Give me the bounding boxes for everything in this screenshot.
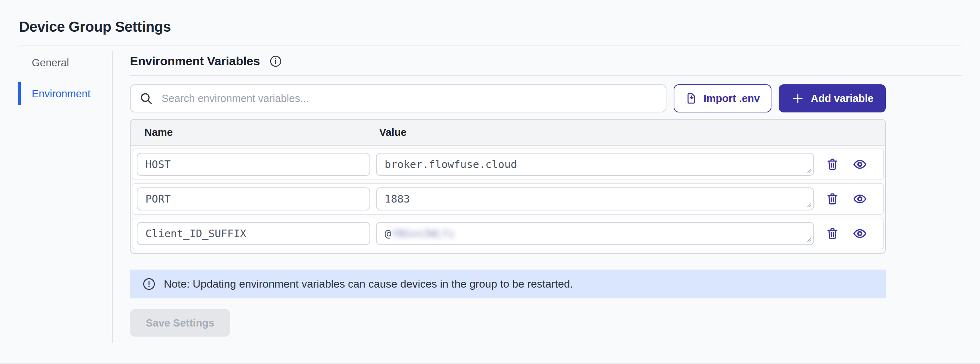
alert-circle-icon <box>142 277 156 291</box>
sidebar-item-general[interactable]: General <box>18 51 94 74</box>
env-value-wrap <box>376 187 814 210</box>
reveal-value-button[interactable] <box>851 156 869 173</box>
info-circle-icon[interactable] <box>269 55 282 68</box>
section-divider <box>130 75 962 76</box>
import-env-button[interactable]: Import .env <box>674 84 772 112</box>
env-value-redacted: YBGxn3WLYz <box>391 228 455 240</box>
env-variables-table: Name Value <box>130 119 886 254</box>
env-value-prefix: @ <box>385 228 391 240</box>
add-variable-button[interactable]: Add variable <box>779 84 886 112</box>
note-banner: Note: Updating environment variables can… <box>130 269 886 298</box>
eye-icon <box>852 226 868 241</box>
column-header-value: Value <box>370 127 407 138</box>
note-text: Note: Updating environment variables can… <box>164 278 573 290</box>
row-actions <box>814 190 879 207</box>
plus-icon <box>791 92 805 105</box>
section-heading-row: Environment Variables <box>130 53 962 68</box>
env-name-input[interactable] <box>137 222 370 245</box>
import-env-label: Import .env <box>703 93 760 104</box>
delete-variable-button[interactable] <box>824 156 841 173</box>
trash-icon <box>825 157 840 171</box>
settings-layout: General Environment Environment Variable… <box>0 51 980 343</box>
env-value-input[interactable] <box>376 153 814 176</box>
env-value-wrap <box>376 153 814 176</box>
section-title: Environment Variables <box>130 53 260 68</box>
eye-icon <box>852 192 868 206</box>
sidebar-item-environment-label: Environment <box>32 88 91 100</box>
delete-variable-button[interactable] <box>824 225 841 242</box>
env-value-input[interactable] <box>376 187 814 210</box>
environment-panel: Environment Variables Im <box>130 51 962 337</box>
device-group-settings-page: { "page": { "title": "Device Group Setti… <box>0 0 980 364</box>
sidebar-item-environment[interactable]: Environment <box>18 82 94 105</box>
save-settings-button[interactable]: Save Settings <box>130 309 230 337</box>
add-variable-label: Add variable <box>811 93 873 104</box>
trash-icon <box>825 192 840 206</box>
column-header-name: Name <box>130 127 370 138</box>
env-toolbar: Import .env Add variable <box>130 84 886 112</box>
reveal-value-button[interactable] <box>851 190 869 207</box>
search-input[interactable] <box>130 84 667 112</box>
table-row <box>132 149 884 180</box>
document-arrow-down-icon <box>685 92 698 105</box>
eye-icon <box>852 157 868 171</box>
search-field-wrap <box>130 84 667 112</box>
page-title: Device Group Settings <box>19 18 962 35</box>
table-body: @YBGxn3WLYz <box>130 146 885 253</box>
table-header-row: Name Value <box>130 120 885 146</box>
settings-sidebar: General Environment <box>0 51 112 105</box>
env-name-input[interactable] <box>137 153 370 176</box>
title-divider <box>19 45 962 46</box>
row-actions <box>814 156 879 173</box>
trash-icon <box>825 226 840 241</box>
row-actions <box>814 225 879 242</box>
env-value-wrap: @YBGxn3WLYz <box>376 222 814 245</box>
table-row: @YBGxn3WLYz <box>132 218 884 249</box>
env-name-input[interactable] <box>137 187 370 210</box>
sidebar-divider <box>112 51 113 343</box>
table-row <box>132 183 884 215</box>
sidebar-item-general-label: General <box>32 57 69 68</box>
delete-variable-button[interactable] <box>824 190 841 207</box>
env-value-input[interactable]: @YBGxn3WLYz <box>376 222 814 245</box>
reveal-value-button[interactable] <box>851 225 869 242</box>
